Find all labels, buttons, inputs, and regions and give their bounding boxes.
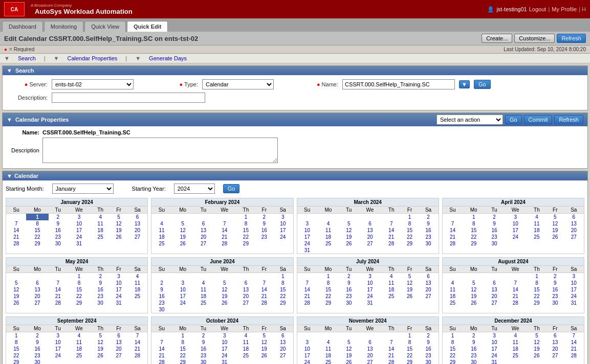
calendar-day[interactable]: 23 <box>49 234 68 240</box>
calendar-day[interactable]: 12 <box>339 227 358 234</box>
calendar-day[interactable]: 11 <box>317 346 339 352</box>
calendar-day[interactable]: 29 <box>527 300 547 306</box>
calendar-day[interactable]: 11 <box>382 280 401 286</box>
calendar-day[interactable]: 19 <box>6 293 26 300</box>
calendar-day[interactable]: 26 <box>463 300 485 306</box>
calendar-day[interactable]: 1 <box>463 214 485 221</box>
calendar-day[interactable]: 15 <box>236 227 255 234</box>
calendar-day[interactable]: 14 <box>127 339 148 346</box>
calendar-day[interactable]: 3 <box>297 339 317 346</box>
calendar-day[interactable]: 19 <box>213 293 236 300</box>
action-select[interactable]: Select an action <box>436 115 503 125</box>
calendar-day[interactable]: 28 <box>504 300 527 306</box>
calendar-day[interactable]: 21 <box>443 234 463 240</box>
calendar-day[interactable]: 19 <box>527 346 547 352</box>
calendar-day[interactable]: 24 <box>297 359 317 364</box>
calendar-day[interactable]: 20 <box>273 346 293 352</box>
calendar-day[interactable]: 25 <box>151 240 171 247</box>
calendar-day[interactable]: 6 <box>563 214 584 221</box>
customize-button[interactable]: Customize... <box>514 34 555 43</box>
calendar-day[interactable]: 17 <box>68 227 91 234</box>
calendar-day[interactable]: 16 <box>418 346 439 352</box>
calendar-day[interactable]: 2 <box>256 214 273 221</box>
calendar-day[interactable]: 20 <box>418 286 439 293</box>
calendar-day[interactable]: 4 <box>68 332 91 339</box>
calendar-day[interactable]: 7 <box>49 280 68 286</box>
calendar-day[interactable]: 22 <box>527 293 547 300</box>
calendar-day[interactable]: 1 <box>26 214 48 221</box>
calendar-day[interactable]: 23 <box>418 234 439 240</box>
calendar-day[interactable]: 16 <box>339 286 358 293</box>
create-button[interactable]: Create... <box>482 34 512 43</box>
my-profile-link[interactable]: My Profile <box>552 6 577 12</box>
calendar-day[interactable]: 25 <box>317 240 339 247</box>
cal-refresh-button[interactable]: Refresh <box>554 115 583 124</box>
calendar-day[interactable]: 12 <box>110 220 127 227</box>
calendar-day[interactable]: 18 <box>527 227 547 234</box>
calendar-day[interactable]: 18 <box>504 346 527 352</box>
calendar-day[interactable]: 2 <box>26 332 48 339</box>
calendar-day[interactable]: 3 <box>504 214 527 221</box>
calendar-day[interactable]: 5 <box>256 332 273 339</box>
calendar-day[interactable]: 21 <box>382 234 401 240</box>
calendar-day[interactable]: 19 <box>339 352 358 359</box>
calendar-day[interactable]: 8 <box>273 280 293 286</box>
calendar-day[interactable]: 30 <box>49 240 68 247</box>
calendar-day[interactable]: 30 <box>463 359 485 364</box>
calendar-day[interactable]: 6 <box>547 332 563 339</box>
calendar-day[interactable]: 11 <box>443 286 463 293</box>
calendar-day[interactable]: 10 <box>213 339 236 346</box>
calendar-day[interactable]: 25 <box>317 359 339 364</box>
calendar-day[interactable]: 31 <box>110 300 127 306</box>
calendar-day[interactable]: 10 <box>49 339 68 346</box>
calendar-day[interactable]: 5 <box>339 220 358 227</box>
calendar-day[interactable]: 5 <box>172 220 194 227</box>
calendar-day[interactable]: 19 <box>110 227 127 234</box>
calendar-day[interactable]: 3 <box>297 220 317 227</box>
calendar-day[interactable]: 25 <box>236 352 255 359</box>
calendar-day[interactable]: 16 <box>485 227 504 234</box>
calendar-day[interactable]: 13 <box>418 280 439 286</box>
calendar-day[interactable]: 31 <box>359 300 382 306</box>
name-input[interactable]: CSSRT.000.SelfHelp_Training.SC <box>342 79 455 89</box>
calendar-day[interactable]: 23 <box>151 300 171 306</box>
calendar-day[interactable]: 6 <box>359 339 382 346</box>
generate-days-section-link[interactable]: Generate Days <box>149 55 187 61</box>
calendar-day[interactable]: 23 <box>91 293 110 300</box>
calendar-day[interactable]: 26 <box>256 352 273 359</box>
calendar-day[interactable]: 26 <box>547 234 563 240</box>
calendar-day[interactable]: 7 <box>127 332 148 339</box>
calendar-day[interactable]: 20 <box>485 293 504 300</box>
calendar-day[interactable]: 27 <box>110 352 127 359</box>
calendar-day[interactable]: 11 <box>236 339 255 346</box>
calendar-day[interactable]: 22 <box>463 234 485 240</box>
calendar-day[interactable]: 18 <box>317 234 339 240</box>
calendar-day[interactable]: 12 <box>339 346 358 352</box>
calendar-day[interactable]: 10 <box>110 280 127 286</box>
calendar-day[interactable]: 3 <box>172 280 194 286</box>
calendar-day[interactable]: 19 <box>401 286 418 293</box>
go-button[interactable]: Go <box>474 80 491 89</box>
calendar-day[interactable]: 15 <box>6 346 26 352</box>
calendar-day[interactable]: 29 <box>273 300 293 306</box>
calendar-day[interactable]: 11 <box>91 220 110 227</box>
calendar-day[interactable]: 3 <box>273 214 293 221</box>
calendar-day[interactable]: 17 <box>297 234 317 240</box>
calendar-day[interactable]: 14 <box>6 227 26 234</box>
cal-description-textarea[interactable] <box>42 138 278 163</box>
calendar-day[interactable]: 25 <box>91 234 110 240</box>
calendar-day[interactable]: 20 <box>194 234 213 240</box>
calendar-day[interactable]: 18 <box>443 293 463 300</box>
calendar-day[interactable]: 29 <box>172 359 194 364</box>
calendar-day[interactable]: 7 <box>504 280 527 286</box>
calendar-day[interactable]: 17 <box>504 227 527 234</box>
calendar-day[interactable]: 26 <box>91 352 110 359</box>
calendar-day[interactable]: 30 <box>547 300 563 306</box>
calendar-day[interactable]: 23 <box>485 234 504 240</box>
calendar-day[interactable]: 4 <box>317 220 339 227</box>
calendar-day[interactable]: 10 <box>359 280 382 286</box>
tab-dashboard[interactable]: Dashboard <box>2 21 43 32</box>
calendar-day[interactable]: 30 <box>418 240 439 247</box>
calendar-day[interactable]: 6 <box>110 332 127 339</box>
calendar-day[interactable]: 24 <box>172 300 194 306</box>
